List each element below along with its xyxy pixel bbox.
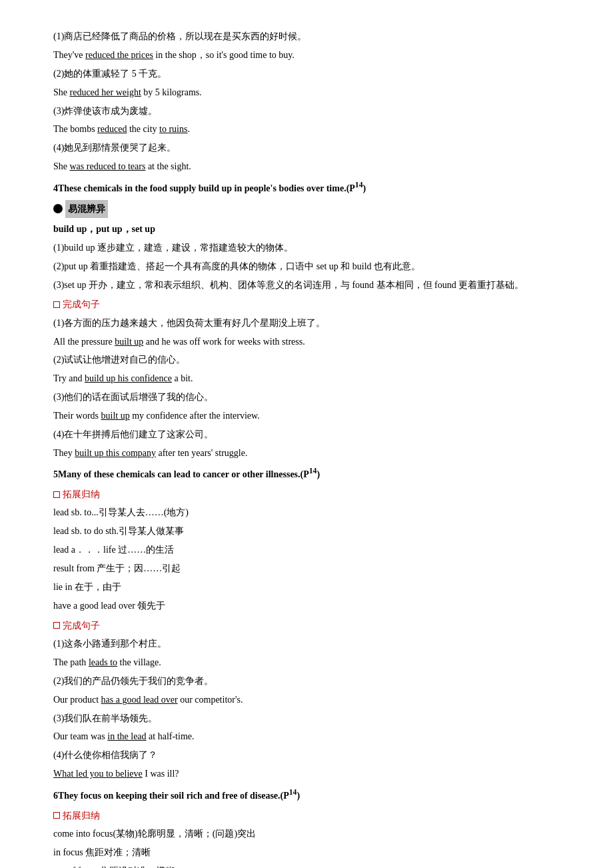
zh-3: (3)炸弹使该市成为废墟。 [53, 103, 560, 120]
expand-2-item-2: in focus 焦距对准；清晰 [53, 844, 560, 861]
cs1-zh-2: (2)试试让他增进对自己的信心。 [53, 351, 560, 369]
cs1-en-2: Try and build up his confidence a bit. [53, 370, 560, 387]
sentence-5: 5Many of these chemicals can lead to can… [53, 465, 560, 484]
cs2-en-3: Our team was in the lead at half-time. [53, 728, 560, 745]
zh-1: (1)商店已经降低了商品的价格，所以现在是买东西的好时候。 [53, 28, 560, 45]
build-up-1: (1)build up 逐步建立，建造，建设，常指建造较大的物体。 [53, 239, 560, 257]
expand-text-2: 拓展归纳 [63, 807, 100, 824]
zh-4: (4)她见到那情景便哭了起来。 [53, 139, 560, 157]
expand-1-item-3: lead a．．．life 过……的生活 [53, 541, 560, 559]
complete-sentence-text-1: 完成句子 [63, 296, 100, 313]
en-4: She was reduced to tears at the sight. [53, 158, 560, 175]
complete-sentence-label-2: 完成句子 [53, 617, 560, 634]
complete-sentence-label-1: 完成句子 [53, 296, 560, 313]
red-square-icon-1 [53, 301, 60, 308]
reduce-section: (1)商店已经降低了商品的价格，所以现在是买东西的好时候。 They've re… [53, 28, 560, 175]
expand-1-item-2: lead sb. to do sth.引导某人做某事 [53, 523, 560, 540]
en-3: The bombs reduced the city to ruins. [53, 121, 560, 138]
build-up-2: (2)put up 着重指建造、搭起一个具有高度的具体的物体，口语中 set u… [53, 258, 560, 275]
cs2-en-4: What led you to believe I was ill? [53, 765, 560, 783]
expand-label-2: 拓展归纳 [53, 807, 560, 824]
expand-section-1: 拓展归纳 lead sb. to...引导某人去……(地方) lead sb. … [53, 486, 560, 615]
cs1-en-1: All the pressure built up and he was off… [53, 333, 560, 351]
cs1-en-4: They built up this company after ten yea… [53, 445, 560, 462]
easy-mix-section: 易混辨异 [53, 200, 560, 218]
cs1-zh-3: (3)他们的话在面试后增强了我的信心。 [53, 389, 560, 406]
build-up-3: (3)set up 开办，建立，常和表示组织、机构、团体等意义的名词连用，与 f… [53, 277, 560, 294]
expand-1-item-1: lead sb. to...引导某人去……(地方) [53, 504, 560, 521]
cs2-zh-1: (1)这条小路通到那个村庄。 [53, 635, 560, 653]
cs2-en-2: Our product has a good lead over our com… [53, 691, 560, 709]
en-2: She reduced her weight by 5 kilograms. [53, 84, 560, 101]
sentence-4: 4These chemicals in the food supply buil… [53, 178, 560, 197]
expand-2-item-1: come into focus(某物)轮廓明显，清晰；(问题)突出 [53, 825, 560, 843]
easy-mix-label: 易混辨异 [65, 200, 108, 218]
cs1-zh-1: (1)各方面的压力越来越大，他因负荷太重有好几个星期没上班了。 [53, 315, 560, 332]
expand-text-1: 拓展归纳 [63, 486, 100, 503]
complete-sentence-text-2: 完成句子 [63, 617, 100, 634]
zh-2: (2)她的体重减轻了 5 千克。 [53, 65, 560, 83]
cs2-zh-2: (2)我们的产品仍领先于我们的竞争者。 [53, 673, 560, 690]
build-up-section: build up，put up，set up (1)build up 逐步建立，… [53, 221, 560, 294]
expand-1-item-4: result from 产生于；因……引起 [53, 560, 560, 577]
expand-section-2: 拓展归纳 come into focus(某物)轮廓明显，清晰；(问题)突出 i… [53, 807, 560, 868]
cs1-zh-4: (4)在十年拼搏后他们建立了这家公司。 [53, 426, 560, 443]
complete-sentence-section-1: 完成句子 (1)各方面的压力越来越大，他因负荷太重有好几个星期没上班了。 All… [53, 296, 560, 461]
sentence-6: 6They focus on keeping their soil rich a… [53, 785, 560, 805]
complete-sentence-section-2: 完成句子 (1)这条小路通到那个村庄。 The path leads to th… [53, 617, 560, 783]
cs2-zh-4: (4)什么使你相信我病了？ [53, 747, 560, 764]
expand-2-item-3: out of focus 焦距没对准；模糊 [53, 863, 560, 868]
cs2-en-1: The path leads to the village. [53, 654, 560, 671]
circle-dot-icon [53, 204, 63, 213]
cs2-zh-3: (3)我们队在前半场领先。 [53, 710, 560, 727]
red-square-icon-2 [53, 491, 60, 498]
expand-1-item-6: have a good lead over 领先于 [53, 597, 560, 615]
cs1-en-3: Their words built up my confidence after… [53, 407, 560, 425]
build-up-title: build up，put up，set up [53, 221, 560, 238]
expand-1-item-5: lie in 在于，由于 [53, 579, 560, 596]
red-square-icon-3 [53, 622, 60, 629]
expand-label-1: 拓展归纳 [53, 486, 560, 503]
red-square-icon-4 [53, 812, 60, 819]
en-1: They've reduced the prices in the shop，s… [53, 47, 560, 64]
page-content: (1)商店已经降低了商品的价格，所以现在是买东西的好时候。 They've re… [53, 28, 560, 868]
